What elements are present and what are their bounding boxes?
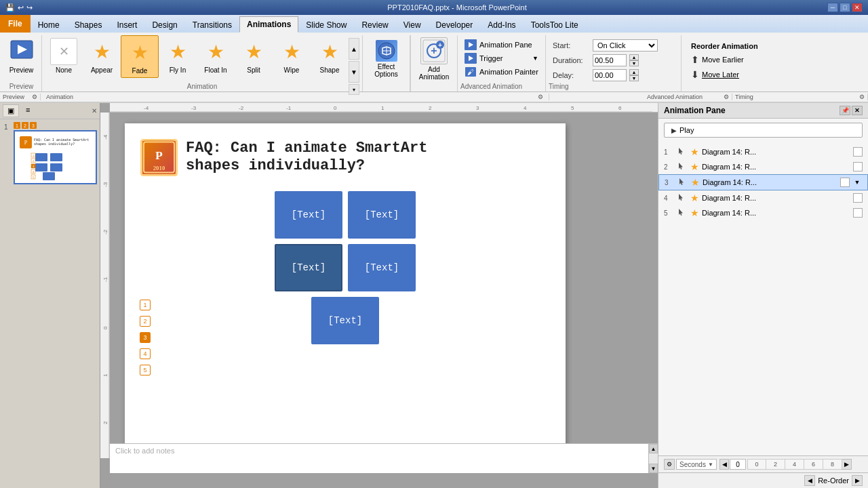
anim-fade-button[interactable]: ★ Fade xyxy=(121,35,159,78)
tab-file[interactable]: File xyxy=(0,15,31,33)
svg-rect-25 xyxy=(43,172,55,180)
reorder-left-button[interactable]: ◀ xyxy=(804,475,815,486)
tab-home[interactable]: Home xyxy=(31,16,67,33)
tab-addins[interactable]: Add-Ins xyxy=(480,16,523,33)
pane-close-button[interactable]: ✕ xyxy=(852,106,863,115)
anim-list-item-1[interactable]: 1 ★ Diagram 14: R... xyxy=(658,144,868,159)
seconds-label: Seconds xyxy=(679,461,706,468)
notes-scroll-up[interactable]: ▲ xyxy=(649,444,658,453)
item-1-mouse-icon xyxy=(676,146,687,157)
start-label: Start: xyxy=(553,41,590,49)
delay-down[interactable]: ▼ xyxy=(629,75,639,81)
pane-pin-button[interactable]: 📌 xyxy=(840,106,850,115)
anim-appear-button[interactable]: ★ Appear xyxy=(83,35,121,77)
duration-input[interactable] xyxy=(593,54,627,66)
anim-floatin-button[interactable]: ★ Float In xyxy=(197,35,235,77)
anim-badge-4[interactable]: 4 xyxy=(140,348,151,359)
anim-list-item-2[interactable]: 2 ★ Diagram 14: R... xyxy=(658,159,868,174)
move-earlier-icon: ⬆ xyxy=(691,54,699,65)
tab-developer[interactable]: Developer xyxy=(429,16,481,33)
reorder-right-button[interactable]: ▶ xyxy=(852,475,863,486)
timeline-prev-button[interactable]: ◀ xyxy=(719,459,729,470)
move-later-label: Move Later xyxy=(702,70,739,79)
anim-list-item-3[interactable]: 3 ★ Diagram 14: R... ▼ xyxy=(658,174,868,190)
svg-text:shapes individually?: shapes individually? xyxy=(34,142,75,146)
anim-badge-1[interactable]: 1 xyxy=(140,300,151,310)
tab-transitions[interactable]: Transitions xyxy=(185,16,239,33)
effect-options-group: EffectOptions xyxy=(363,35,410,92)
svg-text:1: 1 xyxy=(102,373,108,377)
notes-input[interactable]: Click to add notes xyxy=(110,444,648,473)
window-controls[interactable]: ─ □ ✕ xyxy=(827,3,863,12)
tab-toolstoo[interactable]: ToolsToo Lite xyxy=(524,16,586,33)
timeline-controls: ⚙ Seconds ▼ ◀ 0 0 2 4 6 xyxy=(664,459,852,470)
item-3-dropdown[interactable]: ▼ xyxy=(852,178,862,187)
timeline-next-button[interactable]: ▶ xyxy=(842,459,852,470)
move-earlier-button[interactable]: ⬆ Move Earlier xyxy=(688,53,761,66)
shape-4[interactable]: [Text] xyxy=(348,244,416,291)
close-button[interactable]: ✕ xyxy=(852,3,863,12)
anim-badge-2[interactable]: 2 xyxy=(140,316,151,327)
notes-scroll-down[interactable]: ▼ xyxy=(649,464,658,473)
slides-tab[interactable]: ▣ xyxy=(3,104,19,117)
preview-group: Preview Preview xyxy=(1,35,42,92)
duration-up[interactable]: ▲ xyxy=(629,54,639,60)
group-labels-bar: Preview ⚙ Animation ⚙ Advanced Animation… xyxy=(0,92,868,103)
anim-scroll-up[interactable]: ▲ xyxy=(349,38,359,60)
slide-1-thumbnail[interactable]: P FAQ: Can I animate SmartArt shapes ind… xyxy=(14,130,97,184)
tab-design[interactable]: Design xyxy=(144,16,184,33)
start-select[interactable]: On Click With Previous After Previous xyxy=(593,39,658,52)
anim-list-item-5[interactable]: 5 ★ Diagram 14: R... xyxy=(658,205,868,220)
svg-text:6: 6 xyxy=(618,105,622,111)
duration-down[interactable]: ▼ xyxy=(629,60,639,66)
anim-none-button[interactable]: ✕ None xyxy=(45,35,83,77)
play-button[interactable]: ▶ Play xyxy=(664,123,863,138)
tab-animations[interactable]: Animations xyxy=(239,16,298,33)
tab-slideshow[interactable]: Slide Show xyxy=(298,16,354,33)
tab-review[interactable]: Review xyxy=(354,16,395,33)
anim-badges: 1 2 3 xyxy=(14,122,97,129)
anim-badge-5[interactable]: 5 xyxy=(140,365,151,375)
start-row: Start: On Click With Previous After Prev… xyxy=(553,39,658,52)
seconds-dropdown[interactable]: Seconds ▼ xyxy=(676,459,717,470)
move-later-button[interactable]: ⬇ Move Later xyxy=(688,68,761,81)
tab-view[interactable]: View xyxy=(396,16,429,33)
shape-5[interactable]: [Text] xyxy=(311,297,379,344)
wipe-label: Wipe xyxy=(284,66,300,74)
tab-shapes[interactable]: Shapes xyxy=(67,16,110,33)
anim-wipe-button[interactable]: ★ Wipe xyxy=(273,35,311,77)
anim-badge-3[interactable]: 3 xyxy=(140,332,151,343)
item-1-indicator xyxy=(853,147,863,157)
shape-2[interactable]: [Text] xyxy=(348,191,416,239)
tab-insert[interactable]: Insert xyxy=(109,16,144,33)
anim-scroll-down[interactable]: ▼ xyxy=(349,61,359,83)
outline-tab[interactable]: ≡ xyxy=(22,104,34,117)
anim-list-item-4[interactable]: 4 ★ Diagram 14: R... xyxy=(658,190,868,205)
effect-options-button[interactable]: EffectOptions xyxy=(372,37,400,81)
shape-1[interactable]: [Text] xyxy=(275,191,342,239)
move-earlier-label: Move Earlier xyxy=(702,56,744,64)
panel-close[interactable]: ✕ xyxy=(92,107,97,115)
anim-split-button[interactable]: ★ Split xyxy=(235,35,273,77)
animation-painter-button[interactable]: 🖌 Animation Painter xyxy=(460,65,542,79)
slide-canvas[interactable]: P 2010 FAQ: Can I animate SmartArtshapes… xyxy=(125,123,566,449)
animation-section-label: Animation ⚙ xyxy=(41,94,549,100)
item-5-num: 5 xyxy=(664,209,673,217)
anim-shape-button[interactable]: ★ Shape xyxy=(311,35,349,77)
delay-up[interactable]: ▲ xyxy=(629,69,639,75)
reorder-title: Reorder Animation xyxy=(688,41,761,52)
maximize-button[interactable]: □ xyxy=(840,3,850,12)
preview-button[interactable]: Preview xyxy=(3,35,41,77)
minimize-button[interactable]: ─ xyxy=(827,3,838,12)
badge-3: 3 xyxy=(30,122,37,129)
add-animation-button[interactable]: + + AddAnimation xyxy=(416,35,452,83)
play-icon: ▶ xyxy=(671,127,677,134)
anim-flyin-button[interactable]: ★ Fly In xyxy=(159,35,197,77)
delay-input[interactable] xyxy=(593,69,627,81)
slide-header: P 2010 FAQ: Can I animate SmartArtshapes… xyxy=(125,123,566,184)
trigger-button[interactable]: Trigger ▼ xyxy=(460,52,542,65)
animation-pane-button[interactable]: Animation Pane xyxy=(460,38,542,52)
shape-3[interactable]: [Text] xyxy=(275,244,342,291)
anim-scroll-more[interactable]: ▾ xyxy=(349,84,359,95)
timeline-settings-button[interactable]: ⚙ xyxy=(664,459,675,470)
